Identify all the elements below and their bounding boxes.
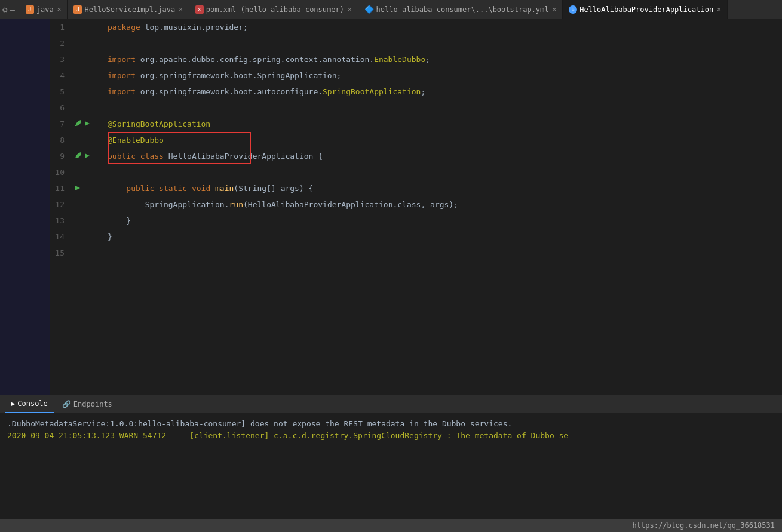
code-line-4: import org.springframework.boot.SpringAp… bbox=[108, 67, 772, 84]
editor-wrapper: 123456789101112131415 package top.musuix… bbox=[50, 19, 782, 395]
bottom-panel: ▶Console🔗Endpoints .DubboMetadataService… bbox=[0, 395, 782, 532]
code-line-8: @EnableDubbo bbox=[108, 132, 772, 148]
line-number-12: 12 bbox=[50, 196, 69, 213]
code-line-12: SpringApplication.run(HelloAlibabaProvid… bbox=[108, 196, 772, 213]
gutter-cell-12 bbox=[74, 196, 98, 213]
leaf-icon[interactable] bbox=[74, 119, 82, 129]
code-line-6 bbox=[108, 100, 772, 116]
code-editor[interactable]: package top.musuixin.provider;import org… bbox=[98, 19, 782, 395]
console-line: 2020-09-04 21:05:13.123 WARN 54712 --- [… bbox=[7, 430, 775, 442]
line-number-2: 2 bbox=[50, 35, 69, 51]
console-content[interactable]: .DubboMetadataService:1.0.0:hello-alibab… bbox=[0, 413, 782, 519]
yml-icon: 🔷 bbox=[364, 5, 374, 14]
line-number-13: 13 bbox=[50, 213, 69, 229]
gutter-icons bbox=[74, 19, 98, 395]
line-number-1: 1 bbox=[50, 19, 69, 35]
code-line-10 bbox=[108, 164, 772, 180]
line-number-11: 11 bbox=[50, 180, 69, 196]
svg-marker-3 bbox=[85, 153, 90, 158]
tab-label: HelloServiceImpl.java bbox=[84, 5, 175, 14]
app-icon: ☕ bbox=[569, 5, 577, 14]
tab-java-tab[interactable]: Jjava✕ bbox=[20, 0, 68, 19]
tab-hello-provider-app[interactable]: ☕HelloAlibabaProviderApplication✕ bbox=[563, 0, 728, 19]
code-line-13: } bbox=[108, 213, 772, 229]
status-url: https://blog.csdn.net/qq_36618531 bbox=[633, 521, 775, 530]
code-line-1: package top.musuixin.provider; bbox=[108, 19, 772, 35]
gear-icon[interactable]: ⚙ bbox=[2, 5, 7, 14]
tab-label: HelloAlibabaProviderApplication bbox=[579, 5, 713, 14]
gutter-cell-9 bbox=[74, 148, 98, 164]
gutter-cell-15 bbox=[74, 245, 98, 261]
bottom-tab-label: Console bbox=[17, 399, 48, 408]
line-number-7: 7 bbox=[50, 116, 69, 132]
main-area: 123456789101112131415 package top.musuix… bbox=[0, 19, 782, 395]
tab-label: pom.xml (hello-alibaba-consumer) bbox=[206, 5, 344, 14]
code-line-7: @SpringBootApplication bbox=[108, 116, 772, 132]
gutter-cell-5 bbox=[74, 84, 98, 100]
gutter-cell-13 bbox=[74, 213, 98, 229]
status-bar: https://blog.csdn.net/qq_36618531 bbox=[0, 519, 782, 532]
run-arrow-icon[interactable] bbox=[84, 119, 91, 129]
run-icon[interactable] bbox=[74, 184, 81, 193]
code-line-9: public class HelloAlibabaProviderApplica… bbox=[108, 148, 772, 164]
code-line-11: public static void main(String[] args) { bbox=[108, 180, 772, 196]
svg-marker-4 bbox=[75, 186, 80, 190]
close-icon[interactable]: ✕ bbox=[57, 5, 62, 13]
tab-bootstrap-yml[interactable]: 🔷hello-alibaba-consumer\...\bootstrap.ym… bbox=[358, 0, 563, 19]
line-number-4: 4 bbox=[50, 67, 69, 84]
gutter-cell-2 bbox=[74, 35, 98, 51]
gutter-cell-10 bbox=[74, 164, 98, 180]
line-number-6: 6 bbox=[50, 100, 69, 116]
tab-label: hello-alibaba-consumer\...\bootstrap.yml bbox=[376, 5, 549, 14]
minus-icon[interactable]: — bbox=[10, 5, 14, 14]
run-arrow-icon[interactable] bbox=[84, 152, 91, 161]
line-number-15: 15 bbox=[50, 245, 69, 261]
bottom-tab-icon: ▶ bbox=[11, 399, 15, 408]
java-icon: J bbox=[26, 5, 34, 14]
bottom-tab-console[interactable]: ▶Console bbox=[5, 395, 54, 413]
close-icon[interactable]: ✕ bbox=[717, 5, 721, 13]
line-numbers: 123456789101112131415 bbox=[50, 19, 74, 395]
close-icon[interactable]: ✕ bbox=[179, 5, 183, 13]
gutter-cell-14 bbox=[74, 229, 98, 245]
gutter-cell-8 bbox=[74, 132, 98, 148]
bottom-tab-label: Endpoints bbox=[73, 400, 112, 408]
java-icon: J bbox=[73, 5, 82, 14]
line-number-8: 8 bbox=[50, 132, 69, 148]
close-icon[interactable]: ✕ bbox=[348, 5, 352, 13]
left-sidebar bbox=[0, 19, 50, 395]
code-line-3: import org.apache.dubbo.config.spring.co… bbox=[108, 51, 772, 67]
tab-hello-service-impl[interactable]: JHelloServiceImpl.java✕ bbox=[68, 0, 189, 19]
svg-marker-1 bbox=[85, 121, 90, 126]
code-line-2 bbox=[108, 35, 772, 51]
tab-label: java bbox=[36, 5, 54, 14]
line-gutter: 123456789101112131415 bbox=[50, 19, 98, 395]
gutter-cell-1 bbox=[74, 19, 98, 35]
bottom-tab-icon: 🔗 bbox=[62, 400, 71, 408]
line-number-5: 5 bbox=[50, 84, 69, 100]
xml-icon: x bbox=[195, 5, 204, 14]
code-line-15 bbox=[108, 245, 772, 261]
gutter-cell-7 bbox=[74, 116, 98, 132]
line-number-3: 3 bbox=[50, 51, 69, 67]
gutter-cell-4 bbox=[74, 67, 98, 84]
line-number-9: 9 bbox=[50, 148, 69, 164]
gutter-cell-6 bbox=[74, 100, 98, 116]
bottom-tabs: ▶Console🔗Endpoints bbox=[0, 395, 782, 413]
line-number-10: 10 bbox=[50, 164, 69, 180]
code-line-5: import org.springframework.boot.autoconf… bbox=[108, 84, 772, 100]
tab-pom-xml[interactable]: xpom.xml (hello-alibaba-consumer)✕ bbox=[189, 0, 358, 19]
tab-bar-controls: ⚙ — bbox=[2, 5, 15, 14]
leaf-icon[interactable] bbox=[74, 151, 82, 161]
gutter-cell-11 bbox=[74, 180, 98, 196]
code-line-14: } bbox=[108, 229, 772, 245]
close-icon[interactable]: ✕ bbox=[553, 5, 557, 13]
tab-bar: ⚙ — Jjava✕JHelloServiceImpl.java✕xpom.xm… bbox=[0, 0, 782, 19]
bottom-tab-endpoints[interactable]: 🔗Endpoints bbox=[56, 395, 118, 413]
line-number-14: 14 bbox=[50, 229, 69, 245]
console-line: .DubboMetadataService:1.0.0:hello-alibab… bbox=[7, 418, 775, 430]
gutter-cell-3 bbox=[74, 51, 98, 67]
